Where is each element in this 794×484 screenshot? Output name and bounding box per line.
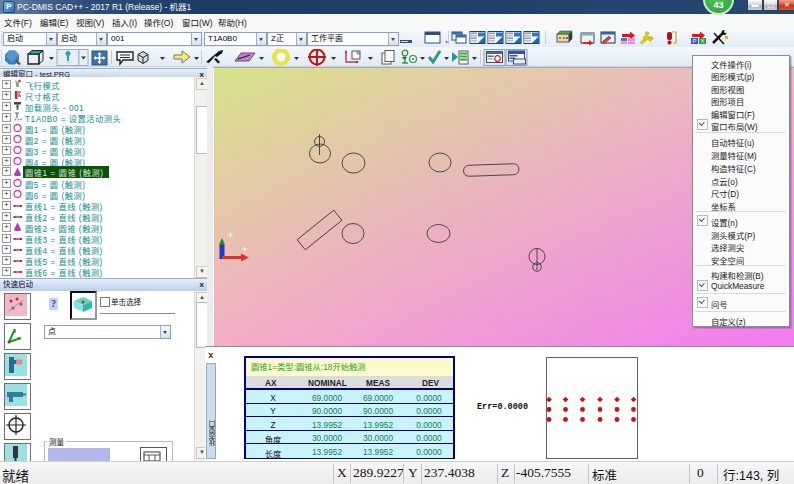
svg-text:P: P <box>693 38 697 44</box>
svg-text:X: X <box>701 38 705 44</box>
